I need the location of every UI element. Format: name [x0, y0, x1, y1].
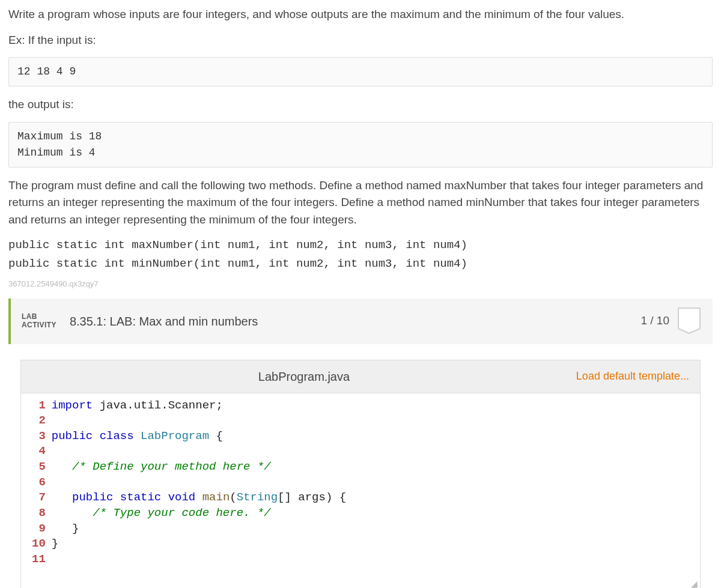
editor-file-header: LabProgram.java Load default template...	[20, 360, 701, 393]
requirement-text: The program must define and call the fol…	[8, 177, 713, 229]
editor-filename: LabProgram.java	[32, 368, 576, 386]
lab-activity-header: LAB ACTIVITY 8.35.1: LAB: Max and min nu…	[8, 299, 713, 344]
method-signature-2: public static int minNumber(int num1, in…	[8, 255, 713, 273]
problem-intro: Write a program whose inputs are four in…	[8, 6, 713, 23]
code-area[interactable]: import java.util.Scanner; public class L…	[52, 398, 700, 589]
lab-activity-label: LAB ACTIVITY	[22, 313, 56, 330]
method-signature-1: public static int maxNumber(int num1, in…	[8, 237, 713, 254]
example-input-label: Ex: If the input is:	[8, 32, 713, 49]
lab-label-line2: ACTIVITY	[22, 321, 56, 330]
example-output-box: Maximum is 18 Minimum is 4	[8, 122, 713, 168]
ribbon-icon	[677, 307, 702, 336]
lab-score: 1 / 10	[640, 312, 669, 330]
lab-title: 8.35.1: LAB: Max and min numbers	[70, 312, 641, 330]
trace-id: 367012.2549490.qx3zqy7	[8, 278, 713, 290]
lab-label-line1: LAB	[22, 313, 56, 321]
load-default-template-link[interactable]: Load default template...	[576, 368, 689, 384]
example-input-box: 12 18 4 9	[8, 57, 713, 86]
line-number-gutter: 1234567891011	[21, 398, 52, 589]
output-label: the output is:	[8, 96, 713, 114]
code-editor[interactable]: 1234567891011 import java.util.Scanner; …	[20, 393, 701, 589]
